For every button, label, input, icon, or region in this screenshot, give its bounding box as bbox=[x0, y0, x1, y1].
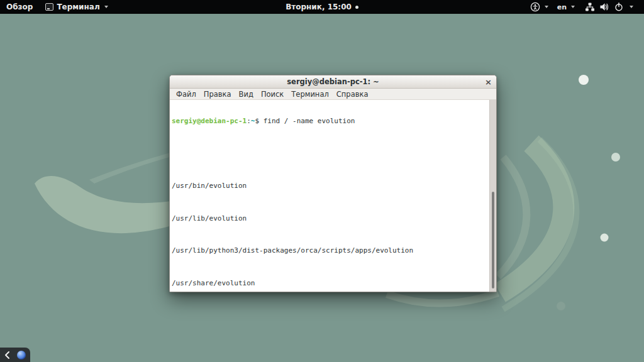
close-button[interactable]: × bbox=[485, 75, 492, 88]
accessibility-menu[interactable] bbox=[526, 0, 553, 14]
terminal-prompt-line: sergiy@debian-pc-1:~$find / -name evolut… bbox=[172, 118, 487, 126]
menu-item[interactable]: Терминал bbox=[287, 89, 332, 99]
terminal-window: sergiy@debian-pc-1: ~ × Файл Правка Вид … bbox=[169, 75, 497, 292]
chevron-down-icon bbox=[545, 6, 548, 8]
keyboard-layout-menu[interactable]: en bbox=[553, 0, 579, 14]
keyboard-layout-label: en bbox=[557, 3, 567, 11]
activities-label: Обзор bbox=[6, 3, 33, 11]
terminal-screen[interactable]: sergiy@debian-pc-1:~$find / -name evolut… bbox=[170, 100, 496, 292]
chevron-down-icon bbox=[571, 6, 575, 8]
prompt-user: sergiy@debian-pc-1 bbox=[172, 117, 247, 125]
window-title: sergiy@debian-pc-1: ~ bbox=[287, 77, 379, 86]
terminal-output-line: /usr/bin/evolution bbox=[172, 182, 487, 190]
terminal-scrollbar[interactable] bbox=[489, 100, 496, 292]
network-wired-icon bbox=[585, 2, 595, 12]
menu-item[interactable]: Поиск bbox=[257, 89, 287, 99]
activities-button[interactable]: Обзор bbox=[0, 0, 39, 14]
menu-item[interactable]: Вид bbox=[235, 89, 257, 99]
terminal-output-line: /usr/share/evolution bbox=[172, 280, 487, 288]
terminal-output-line: /usr/lib/evolution bbox=[172, 215, 487, 223]
menu-item[interactable]: Правка bbox=[200, 89, 235, 99]
chevron-left-icon bbox=[4, 351, 11, 359]
clock-label: Вторник, 15:00 bbox=[286, 3, 352, 11]
chevron-down-icon bbox=[630, 6, 633, 8]
app-menu-terminal[interactable]: Терминал bbox=[39, 0, 114, 14]
terminal-app-icon bbox=[45, 3, 53, 11]
notification-dot-icon bbox=[355, 6, 358, 9]
menu-item[interactable]: Файл bbox=[172, 89, 200, 99]
accessibility-icon bbox=[530, 2, 540, 12]
gnome-top-bar: Обзор Терминал Вторник, 15:00 en bbox=[0, 0, 644, 14]
app-menu-label: Терминал bbox=[57, 3, 99, 11]
menu-bar: Файл Правка Вид Поиск Терминал Справка bbox=[170, 89, 496, 100]
notification-tray[interactable] bbox=[0, 348, 30, 362]
system-status-menu[interactable] bbox=[579, 0, 639, 14]
terminal-output: /usr/bin/evolution /usr/lib/evolution /u… bbox=[172, 150, 487, 292]
tray-app-icon[interactable] bbox=[17, 351, 26, 359]
menu-item[interactable]: Справка bbox=[333, 89, 372, 99]
chevron-down-icon bbox=[104, 6, 108, 8]
volume-icon bbox=[599, 2, 609, 12]
terminal-output-line: /usr/lib/python3/dist-packages/orca/scri… bbox=[172, 247, 487, 255]
scrollbar-thumb[interactable] bbox=[492, 192, 494, 288]
power-icon bbox=[614, 2, 624, 12]
window-titlebar[interactable]: sergiy@debian-pc-1: ~ × bbox=[170, 75, 496, 89]
prompt-symbol: $ bbox=[255, 117, 259, 125]
clock-button[interactable]: Вторник, 15:00 bbox=[286, 0, 358, 14]
prompt-separator: : bbox=[247, 117, 251, 125]
command-text: find / -name evolution bbox=[264, 117, 355, 125]
